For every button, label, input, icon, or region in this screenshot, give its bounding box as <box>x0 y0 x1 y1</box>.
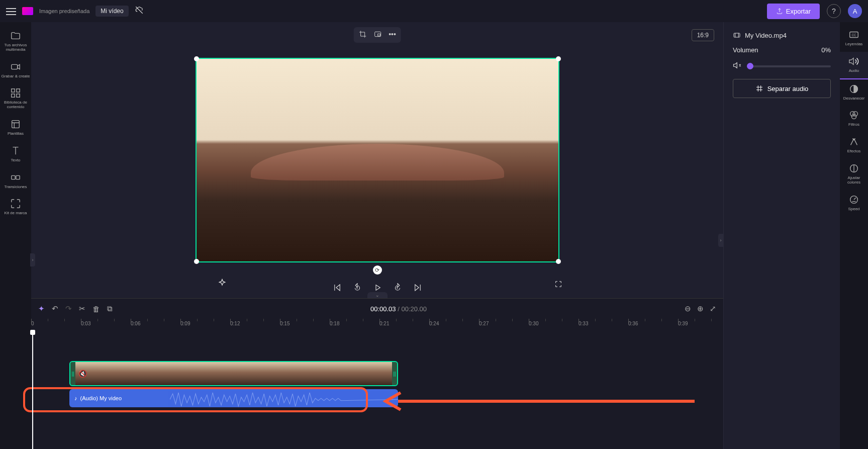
sidebar-item-label: Texto <box>11 158 20 163</box>
aspect-ratio-chip[interactable]: 16:9 <box>692 29 714 41</box>
menu-icon[interactable] <box>6 6 16 16</box>
export-label: Exportar <box>786 8 811 15</box>
split-icon[interactable]: ✂ <box>79 304 85 313</box>
volume-slider[interactable] <box>747 65 831 67</box>
speaker-mute-icon[interactable] <box>733 61 742 72</box>
duplicate-icon[interactable]: ⧉ <box>107 304 113 313</box>
ruler-mark: 0:33 <box>578 321 588 326</box>
ruler-mark: 0:06 <box>131 321 140 326</box>
project-title[interactable]: Mi vídeo <box>95 6 128 17</box>
clip-handle-right[interactable]: || <box>392 362 397 385</box>
forward-5-icon[interactable]: 5 <box>393 283 402 292</box>
undo-icon[interactable]: ↶ <box>52 304 58 313</box>
video-preview[interactable]: ⟳ <box>196 58 559 262</box>
sidebar-item-effects[interactable]: Efectos <box>840 132 868 159</box>
video-chip-icon <box>733 31 741 39</box>
fullscreen-icon[interactable] <box>554 280 562 290</box>
export-button[interactable]: Exportar <box>767 4 820 19</box>
mute-icon[interactable]: 🔇 <box>78 370 87 378</box>
separate-audio-button[interactable]: Separar audio <box>733 79 831 98</box>
current-time: 00:00.03 <box>370 305 396 313</box>
resize-handle-br[interactable] <box>556 259 561 264</box>
rotate-handle-icon[interactable]: ⟳ <box>373 265 382 275</box>
ruler-mark: 0 <box>31 321 34 326</box>
sidebar-item-label: Transiciones <box>4 185 27 190</box>
ruler-mark: 0:36 <box>628 321 638 326</box>
right-panel-collapse-icon[interactable]: › <box>718 234 723 247</box>
separate-audio-label: Separar audio <box>767 85 809 93</box>
ruler-mark: 0:21 <box>379 321 389 326</box>
left-sidebar: Tus archivos multimedia Grabar & create … <box>0 22 31 449</box>
preview-toolbar: ••• <box>353 27 401 43</box>
clip-name: My Video.mp4 <box>745 32 787 39</box>
sidebar-item-label: Efectos <box>847 149 861 154</box>
svg-rect-9 <box>377 34 380 36</box>
right-sidebar: CC Leyendas Audio Desvanecer Filtros Efe… <box>840 22 868 449</box>
sidebar-item-adjust[interactable]: Ajustar colores <box>840 159 868 190</box>
ai-sparkle-icon[interactable] <box>217 278 227 290</box>
skip-back-icon[interactable] <box>333 283 342 292</box>
preview-area: ••• 16:9 ⟳ 5 5 ⌄ <box>31 22 723 298</box>
crop-icon[interactable] <box>358 30 366 40</box>
volume-label: Volumen <box>733 46 758 54</box>
timeline-ruler[interactable]: 00:030:060:090:120:150:180:210:240:270:3… <box>31 319 723 331</box>
zoom-in-icon[interactable]: ⊕ <box>697 304 704 313</box>
playhead[interactable] <box>32 331 33 449</box>
play-icon[interactable] <box>373 283 382 292</box>
svg-rect-2 <box>17 89 20 92</box>
resize-handle-tl[interactable] <box>194 56 199 61</box>
svg-point-19 <box>851 115 856 119</box>
more-icon[interactable]: ••• <box>389 30 396 40</box>
sidebar-item-filters[interactable]: Filtros <box>840 106 868 132</box>
help-icon[interactable]: ? <box>827 4 841 18</box>
topbar-left: Imagen prediseñada Mi vídeo <box>6 6 144 17</box>
resize-handle-tr[interactable] <box>556 56 561 61</box>
timeline-collapse-icon[interactable]: ⌄ <box>367 292 388 298</box>
sidebar-item-brandkit[interactable]: Kit de marca <box>0 194 31 221</box>
volume-row: Volumen 0% <box>733 46 831 54</box>
avatar[interactable]: A <box>848 4 862 18</box>
zoom-fit-icon[interactable]: ⤢ <box>710 304 716 313</box>
pip-icon[interactable] <box>373 30 381 40</box>
svg-text:5: 5 <box>356 287 357 290</box>
delete-icon[interactable]: 🗑 <box>92 305 100 313</box>
ruler-mark: 0:24 <box>429 321 439 326</box>
clip-handle-left[interactable]: || <box>70 362 75 385</box>
rewind-5-icon[interactable]: 5 <box>353 283 362 292</box>
app-logo <box>22 7 33 15</box>
slider-thumb[interactable] <box>747 63 753 69</box>
sidebar-item-transitions[interactable]: Transiciones <box>0 168 31 195</box>
topbar-right: Exportar ? A <box>767 4 862 19</box>
timeline-tracks: || 🔇 || ♪ (Audio) My video <box>31 331 723 449</box>
separate-icon <box>755 84 763 93</box>
magic-icon[interactable]: ✦ <box>38 304 45 313</box>
sidebar-item-label: Speed <box>848 207 859 212</box>
sidebar-item-label: Ajustar colores <box>841 176 867 185</box>
svg-text:5: 5 <box>396 287 398 290</box>
video-clip[interactable]: || 🔇 || <box>69 361 398 386</box>
sidebar-item-label: Grabar & create <box>2 74 30 79</box>
audio-clip[interactable]: ♪ (Audio) My video <box>69 389 398 407</box>
zoom-out-icon[interactable]: ⊖ <box>685 304 691 313</box>
sidebar-item-media[interactable]: Tus archivos multimedia <box>0 26 31 57</box>
svg-rect-0 <box>12 64 18 69</box>
sidebar-item-audio[interactable]: Audio <box>840 52 868 79</box>
sidebar-item-text[interactable]: Texto <box>0 141 31 168</box>
sidebar-item-fade[interactable]: Desvanecer <box>840 79 868 106</box>
volume-value: 0% <box>821 46 831 54</box>
sidebar-item-speed[interactable]: Speed <box>840 190 868 217</box>
total-time: 00:20.00 <box>401 305 427 313</box>
svg-rect-1 <box>12 89 15 92</box>
subtitle: Imagen prediseñada <box>39 8 89 14</box>
redo-icon[interactable]: ↷ <box>65 304 72 313</box>
cloud-off-icon[interactable] <box>135 6 144 17</box>
sidebar-item-library[interactable]: Biblioteca de contenido <box>0 83 31 115</box>
sidebar-item-record[interactable]: Grabar & create <box>0 57 31 84</box>
music-note-icon: ♪ <box>74 395 77 401</box>
skip-forward-icon[interactable] <box>413 283 422 292</box>
sidebar-item-label: Desvanecer <box>843 97 865 101</box>
sidebar-item-captions[interactable]: CC Leyendas <box>840 25 868 52</box>
sidebar-item-templates[interactable]: Plantillas <box>0 115 31 141</box>
svg-rect-3 <box>12 94 15 97</box>
resize-handle-bl[interactable] <box>194 259 199 264</box>
